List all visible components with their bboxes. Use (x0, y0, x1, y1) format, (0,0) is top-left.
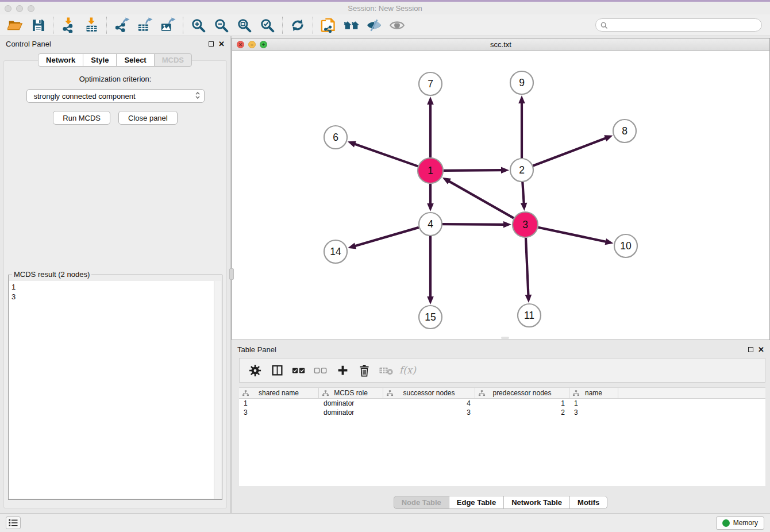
zoom-window-icon[interactable] (28, 5, 34, 12)
network-close-icon[interactable]: ✕ (237, 41, 244, 48)
hide-selected-icon[interactable] (363, 16, 386, 34)
table-cell[interactable]: dominator (319, 399, 383, 407)
network-window-titlebar[interactable]: ✕ − + scc.txt (232, 38, 769, 51)
table-row[interactable]: 1dominator411 (239, 399, 765, 408)
table-row[interactable]: 3dominator323 (239, 408, 765, 417)
import-network-icon[interactable] (57, 16, 80, 34)
table-cell[interactable]: 1 (475, 399, 569, 407)
show-all-icon[interactable] (386, 16, 409, 34)
table-cell[interactable]: 1 (239, 399, 319, 407)
graph-node-1[interactable]: 1 (418, 158, 443, 183)
import-table-icon[interactable] (80, 16, 103, 34)
column-header-successor-nodes[interactable]: successor nodes (383, 388, 475, 398)
select-all-columns-icon[interactable] (289, 361, 309, 380)
graph-edge-1-2[interactable] (444, 170, 502, 171)
unselect-all-columns-icon[interactable] (311, 361, 330, 380)
column-header-predecessor-nodes[interactable]: predecessor nodes (475, 388, 569, 398)
tab-network[interactable]: Network (38, 53, 83, 67)
memory-status-icon (722, 519, 730, 527)
graph-node-8[interactable]: 8 (613, 119, 636, 142)
open-session-icon[interactable] (3, 16, 26, 34)
graph-node-9[interactable]: 9 (510, 71, 533, 94)
graph-edge-4-14[interactable] (355, 228, 419, 246)
table-cell[interactable]: 1 (569, 399, 618, 407)
graph-node-4[interactable]: 4 (419, 213, 442, 236)
svg-text:7: 7 (428, 78, 433, 90)
graph-edge-1-6[interactable] (354, 144, 418, 166)
export-image-icon[interactable] (156, 16, 179, 34)
result-scrollbar[interactable] (214, 281, 221, 499)
tab-style[interactable]: Style (83, 53, 117, 67)
float-table-panel-icon[interactable] (748, 347, 753, 352)
refresh-layout-icon[interactable] (286, 16, 309, 34)
graph-edge-3-10[interactable] (538, 228, 607, 242)
run-mcds-button[interactable]: Run MCDS (53, 111, 110, 125)
tab-node-table[interactable]: Node Table (394, 496, 449, 509)
toolbar-separator (53, 17, 53, 34)
table-cell[interactable]: 3 (383, 408, 475, 417)
settings-gear-icon[interactable] (245, 361, 265, 380)
graph-edge-2-8[interactable] (533, 138, 607, 165)
zoom-out-icon[interactable] (210, 16, 233, 34)
network-maximize-icon[interactable]: + (260, 41, 267, 48)
minimize-window-icon[interactable] (16, 5, 23, 12)
table-cell[interactable]: 3 (239, 408, 319, 417)
status-bar: Memory (0, 513, 770, 532)
search-input[interactable] (595, 18, 762, 32)
zoom-in-icon[interactable] (187, 16, 210, 34)
add-column-icon[interactable] (333, 361, 352, 380)
column-header-name[interactable]: name (569, 388, 618, 398)
float-panel-icon[interactable] (209, 41, 214, 47)
graph-node-6[interactable]: 6 (324, 126, 347, 149)
toolbar-separator (183, 17, 183, 34)
network-canvas[interactable]: 7968124310141511 (232, 51, 769, 340)
tab-edge-table[interactable]: Edge Table (449, 496, 504, 509)
graph-edge-2-3[interactable] (522, 182, 523, 204)
graph-arrowhead (427, 296, 434, 304)
graph-node-3[interactable]: 3 (513, 212, 538, 237)
tab-network-table[interactable]: Network Table (503, 496, 570, 509)
memory-button[interactable]: Memory (716, 516, 764, 530)
graph-edge-3-1[interactable] (448, 181, 514, 218)
column-header-shared-name[interactable]: shared name (239, 388, 319, 398)
criterion-select[interactable]: strongly connected component (26, 89, 205, 103)
graph-node-15[interactable]: 15 (419, 306, 442, 329)
table-cell[interactable]: 4 (383, 399, 475, 407)
app-titlebar: Session: New Session (0, 0, 770, 14)
close-panel-button[interactable]: Close panel (118, 111, 178, 125)
first-neighbors-icon[interactable] (340, 16, 363, 34)
zoom-fit-icon[interactable] (233, 16, 256, 34)
application-window: Session: New Session Control Panel ✕ Net… (0, 0, 770, 532)
table-cell[interactable]: dominator (319, 408, 383, 417)
graph-edge-3-11[interactable] (526, 238, 528, 296)
zoom-selected-icon[interactable] (256, 16, 279, 34)
task-history-button[interactable] (6, 516, 21, 529)
column-header-MCDS-role[interactable]: MCDS role (319, 388, 383, 398)
panel-splitter-handle[interactable] (229, 268, 234, 280)
graph-node-11[interactable]: 11 (518, 304, 541, 327)
close-table-panel-icon[interactable]: ✕ (758, 346, 764, 353)
table-cell[interactable]: 2 (475, 408, 569, 417)
column-layout-icon[interactable] (267, 361, 287, 380)
graph-node-10[interactable]: 10 (614, 234, 637, 257)
canvas-grip-handle[interactable] (501, 337, 509, 339)
table-panel-header: Table Panel ✕ (232, 342, 770, 357)
svg-text:9: 9 (519, 77, 525, 88)
graph-edge-4-3[interactable] (442, 224, 505, 225)
graph-arrowhead (503, 221, 511, 228)
export-network-icon[interactable] (110, 16, 133, 34)
export-table-icon[interactable] (133, 16, 156, 34)
tab-mcds[interactable]: MCDS (154, 53, 192, 67)
delete-column-icon[interactable] (355, 361, 374, 380)
tab-select[interactable]: Select (116, 53, 154, 67)
tab-motifs[interactable]: Motifs (569, 496, 607, 509)
close-window-icon[interactable] (5, 5, 11, 12)
close-panel-icon[interactable]: ✕ (218, 40, 225, 48)
graph-node-7[interactable]: 7 (419, 72, 442, 95)
table-cell[interactable]: 3 (569, 408, 618, 417)
new-network-from-selection-icon[interactable] (317, 16, 340, 34)
save-session-icon[interactable] (26, 16, 49, 34)
graph-node-14[interactable]: 14 (324, 240, 347, 263)
network-minimize-icon[interactable]: − (248, 41, 256, 48)
graph-node-2[interactable]: 2 (510, 159, 533, 182)
